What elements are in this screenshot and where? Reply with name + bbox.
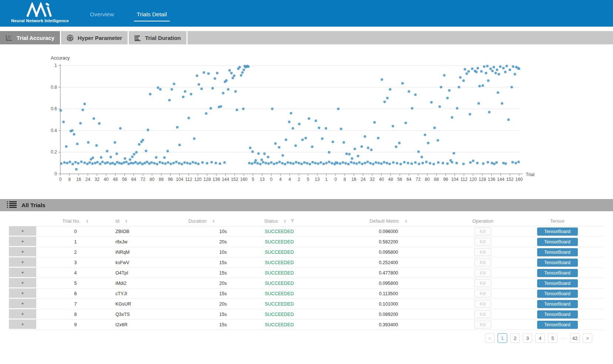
row-expander[interactable]: +: [9, 299, 36, 309]
scatter-point: [452, 152, 455, 155]
scatter-point: [156, 163, 158, 165]
sort-icon[interactable]: ▲▼: [405, 219, 407, 223]
scatter-point: [83, 162, 86, 164]
operation-cell: Kill: [455, 300, 511, 308]
duration-cell: 10s: [166, 229, 237, 234]
tensorboard-button[interactable]: TensorBoard: [537, 269, 578, 277]
trial-id-cell: Q3xTS: [115, 312, 166, 317]
tensorboard-button[interactable]: TensorBoard: [537, 228, 578, 236]
row-expander[interactable]: +: [9, 257, 36, 267]
tensorboard-button[interactable]: TensorBoard: [537, 290, 578, 298]
row-expander[interactable]: +: [9, 289, 36, 299]
operation-cell: Kill: [455, 238, 511, 246]
scatter-point: [364, 135, 366, 138]
trial-id-cell: iNRqM: [115, 250, 166, 255]
trial-no-cell: 9: [36, 322, 115, 327]
col-header-tensor: Tensor: [511, 218, 604, 224]
kill-button[interactable]: Kill: [474, 300, 491, 308]
tensorboard-button[interactable]: TensorBoard: [537, 279, 578, 287]
tensorboard-button[interactable]: TensorBoard: [537, 310, 578, 318]
tensorboard-button[interactable]: TensorBoard: [537, 300, 578, 308]
table-row: +1r6xJw20sSUCCEEDED0.582200KillTensorBoa…: [9, 237, 604, 247]
kill-button[interactable]: Kill: [474, 238, 491, 246]
row-expander[interactable]: +: [9, 237, 36, 247]
sort-icon[interactable]: ▲▼: [125, 219, 128, 223]
scatter-point: [494, 72, 497, 74]
scatter-point: [504, 71, 506, 73]
operation-cell: Kill: [455, 310, 511, 318]
tab-trial-duration[interactable]: Trial Duration: [129, 31, 188, 44]
row-expander[interactable]: +: [9, 226, 36, 236]
kill-button[interactable]: Kill: [474, 321, 491, 328]
pagination-page-1[interactable]: 1: [498, 333, 507, 343]
row-expander[interactable]: +: [9, 278, 36, 288]
scatter-point: [339, 162, 341, 165]
row-expander[interactable]: +: [9, 320, 36, 330]
tab-hyper-parameter[interactable]: Hyper Parameter: [61, 31, 129, 44]
svg-text:0.4: 0.4: [51, 128, 57, 133]
row-expander[interactable]: +: [9, 309, 36, 319]
kill-button[interactable]: Kill: [474, 248, 491, 256]
scatter-point: [440, 86, 442, 88]
filter-icon[interactable]: [290, 219, 294, 223]
kill-button[interactable]: Kill: [474, 279, 491, 287]
scatter-point: [124, 157, 126, 160]
scatter-point: [433, 127, 436, 129]
trial-no-cell: 4: [36, 270, 115, 276]
kill-button[interactable]: Kill: [474, 269, 491, 277]
scatter-point: [149, 93, 152, 95]
kill-button[interactable]: Kill: [474, 290, 491, 297]
nav-item-trials-detail[interactable]: Trials Detail: [134, 11, 170, 21]
tensorboard-button[interactable]: TensorBoard: [537, 238, 578, 246]
pagination-page-42[interactable]: 42: [570, 333, 580, 343]
svg-text:0: 0: [334, 177, 337, 182]
operation-cell: Kill: [455, 269, 511, 277]
trial-no-cell: 6: [36, 291, 115, 296]
scatter-point: [200, 88, 203, 90]
sort-icon[interactable]: ▲▼: [283, 219, 286, 223]
tab-trial-accuracy[interactable]: Trial Accuracy: [0, 31, 61, 44]
all-trials-bar: All Trials: [0, 199, 613, 211]
scatter-point: [497, 91, 499, 94]
tensorboard-button[interactable]: TensorBoard: [537, 321, 578, 329]
trial-no-cell: 2: [36, 250, 115, 255]
pagination-page-2[interactable]: 2: [510, 333, 520, 343]
scatter-point: [367, 146, 370, 149]
scatter-point: [155, 156, 158, 159]
scatter-point: [370, 149, 373, 151]
scatter-point: [167, 161, 169, 164]
scatter-point: [456, 107, 458, 109]
pagination-prev-button[interactable]: <: [485, 333, 495, 343]
nav-item-overview[interactable]: Overview: [87, 11, 117, 21]
sort-down-icon: ▼: [405, 221, 407, 223]
scatter-point: [301, 138, 304, 141]
tensor-cell: TensorBoard: [511, 310, 604, 318]
kill-button[interactable]: Kill: [474, 228, 491, 235]
scatter-point: [314, 162, 317, 164]
kill-button[interactable]: Kill: [474, 310, 491, 318]
tensorboard-button[interactable]: TensorBoard: [537, 248, 578, 256]
scatter-point: [159, 88, 162, 91]
pagination-next-button[interactable]: >: [583, 333, 592, 343]
row-expander[interactable]: +: [9, 247, 36, 257]
table-row: +5iMdi220sSUCCEEDED0.095800KillTensorBoa…: [9, 278, 604, 289]
pagination-page-4[interactable]: 4: [535, 333, 545, 343]
pagination-page-3[interactable]: 3: [523, 333, 532, 343]
status-cell: SUCCEEDED: [237, 229, 322, 234]
row-expander[interactable]: +: [9, 268, 36, 278]
sort-icon[interactable]: ▲▼: [86, 219, 88, 223]
sort-icon[interactable]: ▲▼: [212, 219, 215, 223]
col-header-duration: Duration▲▼: [166, 218, 237, 224]
kill-button[interactable]: Kill: [474, 259, 491, 266]
svg-text:152: 152: [231, 177, 238, 182]
svg-text:72: 72: [141, 177, 146, 182]
duration-cell: 15s: [166, 322, 237, 327]
scatter-point: [502, 67, 505, 70]
scatter-point: [100, 156, 102, 159]
accuracy-scatter-chart: Accuracy00.20.40.60.81081624324048566472…: [0, 44, 613, 199]
svg-text:24: 24: [361, 177, 366, 182]
tensorboard-button[interactable]: TensorBoard: [537, 259, 578, 267]
scatter-point: [139, 162, 141, 164]
pagination-page-5[interactable]: 5: [548, 333, 558, 343]
scatter-point: [127, 163, 130, 165]
